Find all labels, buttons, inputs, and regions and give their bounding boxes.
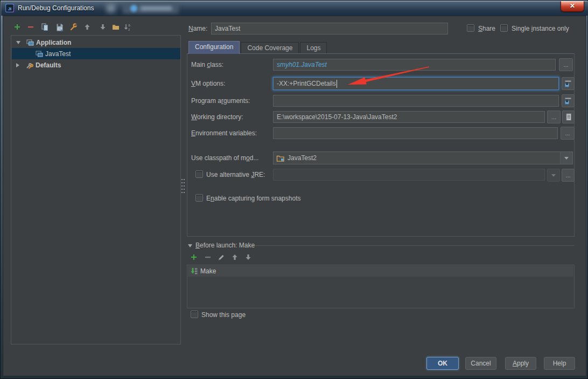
vm-options-input[interactable]: -XX:+PrintGCDetails <box>273 77 559 90</box>
background-window-blur <box>130 5 137 12</box>
close-button[interactable]: ✕ <box>561 1 584 12</box>
tab-code-coverage[interactable]: Code Coverage <box>241 42 299 54</box>
main-class-label: Main class: <box>191 61 223 68</box>
save-configuration-button[interactable] <box>55 22 65 32</box>
configurations-tree: Application JavaTest Defaults <box>11 35 181 344</box>
before-launch-collapse-icon[interactable] <box>188 244 192 247</box>
apply-button[interactable]: Apply <box>505 357 536 370</box>
vm-options-expand-button[interactable] <box>562 77 575 90</box>
show-this-page-checkbox[interactable] <box>191 311 198 318</box>
sort-configurations-button[interactable]: a z <box>123 22 132 32</box>
arrow-up-icon <box>83 23 92 31</box>
add-icon <box>13 23 22 31</box>
tree-item-label: Application <box>36 39 71 46</box>
alternative-jre-browse-button[interactable]: ... <box>562 169 575 182</box>
working-directory-browse-button[interactable]: ... <box>547 111 561 123</box>
move-down-button[interactable] <box>98 22 108 32</box>
dropdown-arrow-icon[interactable] <box>560 152 572 164</box>
close-icon: ✕ <box>570 2 575 10</box>
working-directory-input[interactable]: E:\workspace\2015-07-13-Java\JavaTest2 <box>273 111 545 123</box>
splitter-grip[interactable] <box>181 178 185 193</box>
alternative-jre-dropdown-button[interactable] <box>547 169 560 182</box>
use-alternative-jre-checkbox[interactable] <box>195 170 203 178</box>
tree-item-label: JavaTest <box>45 50 71 58</box>
add-configuration-button[interactable] <box>12 22 22 32</box>
copy-icon <box>40 23 49 31</box>
share-label[interactable]: Share <box>478 25 495 32</box>
background-window-blur <box>141 6 172 10</box>
environment-variables-input[interactable] <box>273 127 558 139</box>
pencil-icon <box>217 253 226 261</box>
working-directory-value: E:\workspace\2015-07-13-Java\JavaTest2 <box>277 113 397 121</box>
program-arguments-input[interactable] <box>273 95 559 107</box>
collapse-icon[interactable] <box>16 41 20 44</box>
before-launch-header[interactable]: Before launch: Make <box>195 242 255 249</box>
environment-variables-label: Environment variables: <box>191 129 257 137</box>
remove-icon <box>204 253 212 261</box>
tree-item-application[interactable]: Application <box>12 37 180 48</box>
tree-item-defaults[interactable]: Defaults <box>12 59 180 71</box>
create-folder-button[interactable] <box>111 22 121 32</box>
expand-editor-icon <box>564 97 572 105</box>
before-launch-edit-button[interactable] <box>216 252 226 262</box>
program-arguments-expand-button[interactable] <box>562 94 575 107</box>
module-classpath-dropdown[interactable]: JavaTest2 <box>273 151 573 164</box>
save-icon <box>55 23 64 31</box>
expand-icon[interactable] <box>16 63 19 67</box>
enable-snapshots-label[interactable]: Enable capturing form snapshots <box>206 195 300 202</box>
use-alternative-jre-label[interactable]: Use alternative JRE: <box>206 171 265 178</box>
make-icon <box>190 267 198 275</box>
main-class-input[interactable]: smyh01.JavaTest <box>273 59 556 71</box>
settings-wrench-icon <box>69 23 78 31</box>
before-launch-add-button[interactable] <box>189 252 199 262</box>
arrow-down-icon <box>244 253 253 261</box>
help-button[interactable]: Help <box>544 357 575 370</box>
enable-snapshots-checkbox[interactable] <box>195 194 203 202</box>
program-arguments-label: Program arguments: <box>191 97 250 105</box>
working-directory-label: Working directory: <box>191 113 243 121</box>
dialog-content: a z Application JavaTest <box>3 16 586 376</box>
arrow-down-icon <box>99 23 107 31</box>
title-bar[interactable]: JI Run/Debug Configurations ✕ <box>1 1 588 16</box>
working-directory-macro-button[interactable] <box>562 111 575 123</box>
make-item-label: Make <box>200 267 216 275</box>
name-input[interactable]: JavaTest <box>211 23 448 35</box>
background-window-blur <box>107 4 115 12</box>
before-launch-remove-button[interactable] <box>203 252 213 262</box>
svg-text:z: z <box>128 27 130 31</box>
ok-button[interactable]: OK <box>426 357 459 370</box>
vm-options-value: -XX:+PrintGCDetails <box>277 80 336 87</box>
svg-text:a: a <box>128 23 130 27</box>
tab-logs[interactable]: Logs <box>300 42 327 54</box>
move-up-button[interactable] <box>82 22 92 32</box>
tab-configuration[interactable]: Configuration <box>188 41 240 54</box>
expand-editor-icon <box>564 79 572 88</box>
environment-variables-browse-button[interactable]: ... <box>561 127 575 140</box>
sort-alphabetically-icon: a z <box>123 23 132 31</box>
background-window-blur <box>123 3 179 13</box>
module-icon <box>276 154 285 162</box>
add-icon <box>190 253 198 261</box>
before-launch-item-make[interactable]: Make <box>188 266 573 277</box>
single-instance-label[interactable]: Single instance only <box>512 25 569 32</box>
share-checkbox[interactable] <box>467 24 474 32</box>
show-this-page-label[interactable]: Show this page <box>201 311 246 319</box>
before-launch-move-down-button[interactable] <box>243 252 253 262</box>
arrow-up-icon <box>230 253 239 261</box>
tab-bar: Configuration Code Coverage Logs <box>188 41 328 54</box>
module-classpath-value: JavaTest2 <box>288 154 317 162</box>
remove-icon <box>26 23 35 31</box>
remove-configuration-button[interactable] <box>26 22 36 32</box>
vm-options-label: VM options: <box>191 80 225 87</box>
copy-configuration-button[interactable] <box>40 22 50 32</box>
main-class-value: smyh01.JavaTest <box>277 61 327 68</box>
alternative-jre-input[interactable] <box>273 169 545 181</box>
cancel-button[interactable]: Cancel <box>465 357 496 370</box>
tree-item-label: Defaults <box>36 61 61 69</box>
before-launch-move-up-button[interactable] <box>230 252 240 262</box>
edit-defaults-button[interactable] <box>68 22 78 32</box>
main-class-browse-button[interactable]: ... <box>559 58 573 71</box>
tree-item-javatest[interactable]: JavaTest <box>12 48 180 59</box>
name-label: Name: <box>188 25 207 32</box>
single-instance-checkbox[interactable] <box>500 24 508 32</box>
